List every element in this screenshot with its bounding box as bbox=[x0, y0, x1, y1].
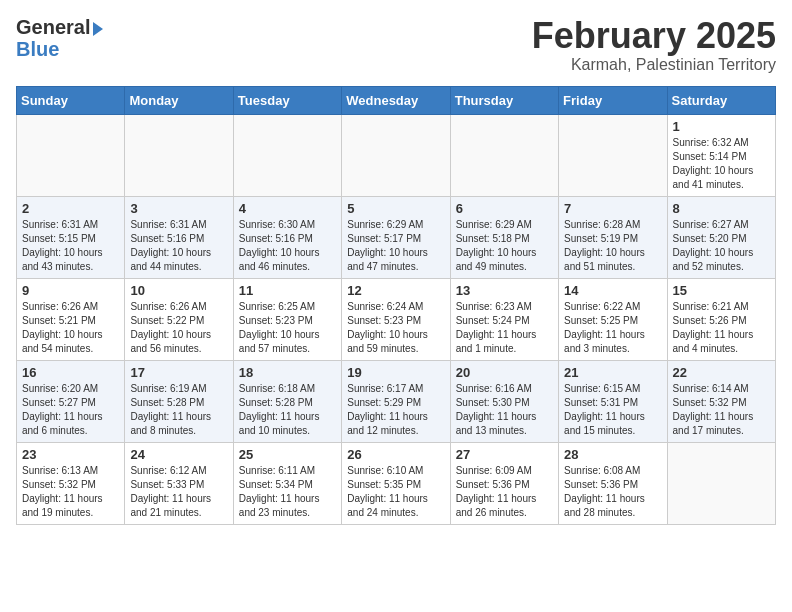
day-number: 4 bbox=[239, 201, 336, 216]
calendar-week-row: 1Sunrise: 6:32 AM Sunset: 5:14 PM Daylig… bbox=[17, 114, 776, 196]
day-info: Sunrise: 6:32 AM Sunset: 5:14 PM Dayligh… bbox=[673, 136, 770, 192]
day-number: 2 bbox=[22, 201, 119, 216]
weekday-header: Monday bbox=[125, 86, 233, 114]
day-info: Sunrise: 6:26 AM Sunset: 5:22 PM Dayligh… bbox=[130, 300, 227, 356]
calendar-cell: 14Sunrise: 6:22 AM Sunset: 5:25 PM Dayli… bbox=[559, 278, 667, 360]
calendar-cell: 8Sunrise: 6:27 AM Sunset: 5:20 PM Daylig… bbox=[667, 196, 775, 278]
calendar-cell: 4Sunrise: 6:30 AM Sunset: 5:16 PM Daylig… bbox=[233, 196, 341, 278]
logo: General Blue bbox=[16, 16, 103, 60]
calendar-cell bbox=[667, 442, 775, 524]
calendar-cell: 3Sunrise: 6:31 AM Sunset: 5:16 PM Daylig… bbox=[125, 196, 233, 278]
calendar-cell: 21Sunrise: 6:15 AM Sunset: 5:31 PM Dayli… bbox=[559, 360, 667, 442]
weekday-header: Friday bbox=[559, 86, 667, 114]
day-info: Sunrise: 6:11 AM Sunset: 5:34 PM Dayligh… bbox=[239, 464, 336, 520]
day-number: 1 bbox=[673, 119, 770, 134]
day-number: 26 bbox=[347, 447, 444, 462]
day-number: 11 bbox=[239, 283, 336, 298]
calendar-cell: 11Sunrise: 6:25 AM Sunset: 5:23 PM Dayli… bbox=[233, 278, 341, 360]
logo-blue: Blue bbox=[16, 38, 103, 60]
day-info: Sunrise: 6:25 AM Sunset: 5:23 PM Dayligh… bbox=[239, 300, 336, 356]
day-info: Sunrise: 6:22 AM Sunset: 5:25 PM Dayligh… bbox=[564, 300, 661, 356]
day-number: 28 bbox=[564, 447, 661, 462]
location-title: Karmah, Palestinian Territory bbox=[532, 56, 776, 74]
day-number: 22 bbox=[673, 365, 770, 380]
day-number: 9 bbox=[22, 283, 119, 298]
day-number: 7 bbox=[564, 201, 661, 216]
day-number: 14 bbox=[564, 283, 661, 298]
day-number: 15 bbox=[673, 283, 770, 298]
day-number: 24 bbox=[130, 447, 227, 462]
calendar-cell: 5Sunrise: 6:29 AM Sunset: 5:17 PM Daylig… bbox=[342, 196, 450, 278]
calendar: SundayMondayTuesdayWednesdayThursdayFrid… bbox=[16, 86, 776, 525]
calendar-cell bbox=[233, 114, 341, 196]
day-info: Sunrise: 6:24 AM Sunset: 5:23 PM Dayligh… bbox=[347, 300, 444, 356]
day-number: 10 bbox=[130, 283, 227, 298]
weekday-header: Tuesday bbox=[233, 86, 341, 114]
day-info: Sunrise: 6:10 AM Sunset: 5:35 PM Dayligh… bbox=[347, 464, 444, 520]
day-info: Sunrise: 6:12 AM Sunset: 5:33 PM Dayligh… bbox=[130, 464, 227, 520]
day-number: 6 bbox=[456, 201, 553, 216]
day-info: Sunrise: 6:26 AM Sunset: 5:21 PM Dayligh… bbox=[22, 300, 119, 356]
calendar-cell: 15Sunrise: 6:21 AM Sunset: 5:26 PM Dayli… bbox=[667, 278, 775, 360]
day-number: 12 bbox=[347, 283, 444, 298]
day-info: Sunrise: 6:30 AM Sunset: 5:16 PM Dayligh… bbox=[239, 218, 336, 274]
calendar-cell bbox=[559, 114, 667, 196]
calendar-cell: 28Sunrise: 6:08 AM Sunset: 5:36 PM Dayli… bbox=[559, 442, 667, 524]
calendar-week-row: 16Sunrise: 6:20 AM Sunset: 5:27 PM Dayli… bbox=[17, 360, 776, 442]
weekday-header: Wednesday bbox=[342, 86, 450, 114]
day-number: 21 bbox=[564, 365, 661, 380]
calendar-cell: 22Sunrise: 6:14 AM Sunset: 5:32 PM Dayli… bbox=[667, 360, 775, 442]
title-block: February 2025 Karmah, Palestinian Territ… bbox=[532, 16, 776, 74]
calendar-cell: 16Sunrise: 6:20 AM Sunset: 5:27 PM Dayli… bbox=[17, 360, 125, 442]
day-info: Sunrise: 6:15 AM Sunset: 5:31 PM Dayligh… bbox=[564, 382, 661, 438]
day-number: 20 bbox=[456, 365, 553, 380]
day-info: Sunrise: 6:13 AM Sunset: 5:32 PM Dayligh… bbox=[22, 464, 119, 520]
day-number: 27 bbox=[456, 447, 553, 462]
day-info: Sunrise: 6:27 AM Sunset: 5:20 PM Dayligh… bbox=[673, 218, 770, 274]
calendar-week-row: 23Sunrise: 6:13 AM Sunset: 5:32 PM Dayli… bbox=[17, 442, 776, 524]
calendar-cell bbox=[125, 114, 233, 196]
calendar-cell: 12Sunrise: 6:24 AM Sunset: 5:23 PM Dayli… bbox=[342, 278, 450, 360]
calendar-cell bbox=[450, 114, 558, 196]
day-number: 23 bbox=[22, 447, 119, 462]
calendar-cell: 20Sunrise: 6:16 AM Sunset: 5:30 PM Dayli… bbox=[450, 360, 558, 442]
weekday-header: Saturday bbox=[667, 86, 775, 114]
calendar-cell: 2Sunrise: 6:31 AM Sunset: 5:15 PM Daylig… bbox=[17, 196, 125, 278]
day-info: Sunrise: 6:19 AM Sunset: 5:28 PM Dayligh… bbox=[130, 382, 227, 438]
day-info: Sunrise: 6:23 AM Sunset: 5:24 PM Dayligh… bbox=[456, 300, 553, 356]
calendar-cell: 6Sunrise: 6:29 AM Sunset: 5:18 PM Daylig… bbox=[450, 196, 558, 278]
weekday-header: Thursday bbox=[450, 86, 558, 114]
day-info: Sunrise: 6:14 AM Sunset: 5:32 PM Dayligh… bbox=[673, 382, 770, 438]
calendar-cell: 24Sunrise: 6:12 AM Sunset: 5:33 PM Dayli… bbox=[125, 442, 233, 524]
calendar-cell: 25Sunrise: 6:11 AM Sunset: 5:34 PM Dayli… bbox=[233, 442, 341, 524]
day-number: 17 bbox=[130, 365, 227, 380]
calendar-week-row: 9Sunrise: 6:26 AM Sunset: 5:21 PM Daylig… bbox=[17, 278, 776, 360]
calendar-cell bbox=[342, 114, 450, 196]
logo-general: General bbox=[16, 16, 103, 38]
day-info: Sunrise: 6:31 AM Sunset: 5:15 PM Dayligh… bbox=[22, 218, 119, 274]
calendar-week-row: 2Sunrise: 6:31 AM Sunset: 5:15 PM Daylig… bbox=[17, 196, 776, 278]
calendar-cell: 26Sunrise: 6:10 AM Sunset: 5:35 PM Dayli… bbox=[342, 442, 450, 524]
calendar-cell bbox=[17, 114, 125, 196]
day-number: 3 bbox=[130, 201, 227, 216]
calendar-cell: 17Sunrise: 6:19 AM Sunset: 5:28 PM Dayli… bbox=[125, 360, 233, 442]
calendar-cell: 23Sunrise: 6:13 AM Sunset: 5:32 PM Dayli… bbox=[17, 442, 125, 524]
month-title: February 2025 bbox=[532, 16, 776, 56]
day-number: 18 bbox=[239, 365, 336, 380]
day-info: Sunrise: 6:29 AM Sunset: 5:17 PM Dayligh… bbox=[347, 218, 444, 274]
calendar-cell: 7Sunrise: 6:28 AM Sunset: 5:19 PM Daylig… bbox=[559, 196, 667, 278]
calendar-cell: 1Sunrise: 6:32 AM Sunset: 5:14 PM Daylig… bbox=[667, 114, 775, 196]
day-info: Sunrise: 6:31 AM Sunset: 5:16 PM Dayligh… bbox=[130, 218, 227, 274]
day-number: 25 bbox=[239, 447, 336, 462]
day-info: Sunrise: 6:18 AM Sunset: 5:28 PM Dayligh… bbox=[239, 382, 336, 438]
calendar-cell: 27Sunrise: 6:09 AM Sunset: 5:36 PM Dayli… bbox=[450, 442, 558, 524]
day-info: Sunrise: 6:09 AM Sunset: 5:36 PM Dayligh… bbox=[456, 464, 553, 520]
calendar-cell: 19Sunrise: 6:17 AM Sunset: 5:29 PM Dayli… bbox=[342, 360, 450, 442]
day-number: 13 bbox=[456, 283, 553, 298]
calendar-cell: 18Sunrise: 6:18 AM Sunset: 5:28 PM Dayli… bbox=[233, 360, 341, 442]
day-info: Sunrise: 6:21 AM Sunset: 5:26 PM Dayligh… bbox=[673, 300, 770, 356]
weekday-header: Sunday bbox=[17, 86, 125, 114]
day-number: 16 bbox=[22, 365, 119, 380]
day-info: Sunrise: 6:16 AM Sunset: 5:30 PM Dayligh… bbox=[456, 382, 553, 438]
calendar-cell: 10Sunrise: 6:26 AM Sunset: 5:22 PM Dayli… bbox=[125, 278, 233, 360]
